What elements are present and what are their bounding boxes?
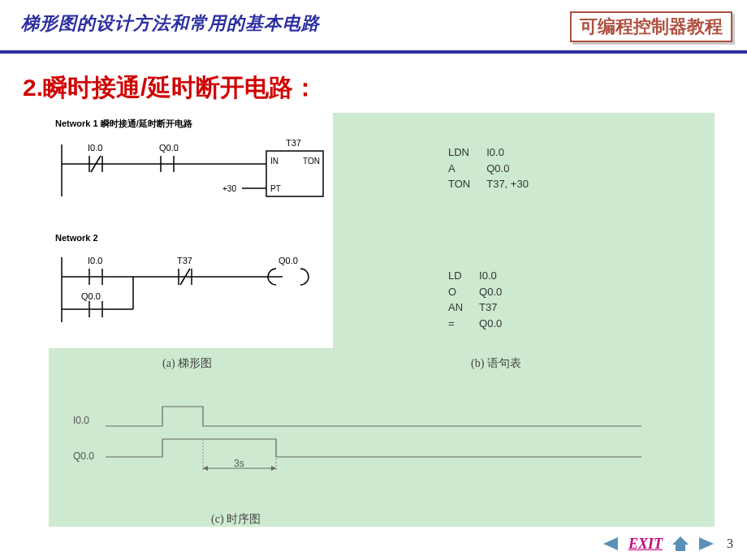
triangle-left-icon xyxy=(602,536,620,552)
exit-button[interactable]: EXIT xyxy=(625,536,666,553)
network1-title: Network 1 瞬时接通/延时断开电路 xyxy=(55,118,326,130)
n2-q00coil-label: Q0.0 xyxy=(279,256,298,265)
header-title-right: 可编程控制器教程 xyxy=(570,11,732,42)
header-title-left: 梯形图的设计方法和常用的基本电路 xyxy=(21,11,320,36)
svg-rect-27 xyxy=(676,545,685,551)
header-divider xyxy=(0,50,747,54)
caption-b: (b) 语句表 xyxy=(471,356,521,371)
timing-delay-label: 3s xyxy=(234,458,244,469)
n2-q00branch-label: Q0.0 xyxy=(81,291,101,301)
ladder-network2-svg: I0.0 Q0.0 T37 Q0.0 xyxy=(55,244,326,334)
caption-a: (a) 梯形图 xyxy=(162,356,212,371)
n2-i00-label: I0.0 xyxy=(88,256,102,265)
triangle-right-icon xyxy=(697,536,715,552)
n1-in-label: IN xyxy=(270,157,279,166)
timing-diagram: I0.0 Q0.0 3s xyxy=(73,397,690,519)
n1-preset-label: +30 xyxy=(222,184,236,193)
n1-pt-label: PT xyxy=(270,184,281,193)
timing-q00-label: Q0.0 xyxy=(73,450,94,462)
ladder-diagram-box: Network 1 瞬时接通/延时断开电路 I0.0 Q0.0 T37 IN T… xyxy=(49,113,333,348)
network2-title: Network 2 xyxy=(55,233,326,243)
content-panel: Network 1 瞬时接通/延时断开电路 I0.0 Q0.0 T37 IN T… xyxy=(49,113,715,527)
home-icon xyxy=(671,535,690,553)
page-number: 3 xyxy=(721,536,739,551)
section-title: 2.瞬时接通/延时断开电路： xyxy=(23,71,747,105)
n1-i00-label: I0.0 xyxy=(88,143,102,153)
svg-marker-26 xyxy=(672,536,689,545)
ladder-network1-svg: I0.0 Q0.0 T37 IN TON PT +30 xyxy=(55,131,326,216)
n1-q00-label: Q0.0 xyxy=(159,143,179,153)
n2-t37-label: T37 xyxy=(177,256,192,265)
svg-marker-25 xyxy=(603,537,618,550)
svg-marker-28 xyxy=(699,537,714,550)
page-header: 梯形图的设计方法和常用的基本电路 可编程控制器教程 xyxy=(0,0,747,49)
footer-controls: EXIT 3 xyxy=(599,534,739,554)
instruction-list-2: LDI0.0 OQ0.0 ANT37 =Q0.0 xyxy=(447,267,518,332)
prev-button[interactable] xyxy=(599,534,622,554)
instruction-list-1: LDNI0.0 AQ0.0 TONT37, +30 xyxy=(447,144,545,193)
n1-t37-label: T37 xyxy=(286,138,301,148)
svg-marker-24 xyxy=(271,466,276,471)
timing-i00-label: I0.0 xyxy=(73,415,89,426)
svg-marker-23 xyxy=(203,466,208,471)
home-button[interactable] xyxy=(669,534,692,554)
n1-ton-label: TON xyxy=(303,157,320,166)
next-button[interactable] xyxy=(695,534,718,554)
